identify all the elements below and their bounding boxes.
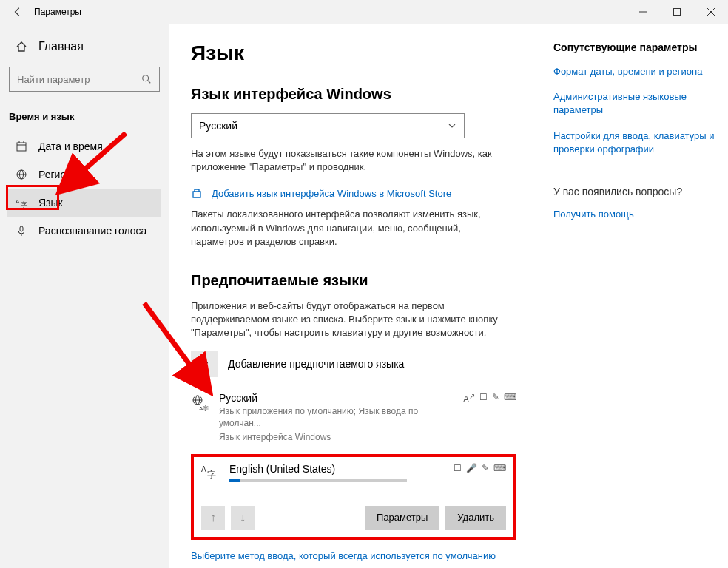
related-link-date-format[interactable]: Формат даты, времени и региона [553, 65, 716, 78]
language-icon: A字 [15, 196, 28, 209]
questions-heading: У вас появились вопросы? [553, 186, 716, 197]
svg-text:字: 字 [21, 201, 27, 209]
delete-button[interactable]: Удалить [445, 506, 506, 530]
maximize-button[interactable] [660, 0, 694, 24]
keyboard-icon: ⌨ [493, 463, 506, 482]
svg-text:A: A [16, 198, 20, 205]
language-feature-icons: ☐ 🎤 ✎ ⌨ [454, 463, 506, 482]
move-up-button[interactable]: ↑ [201, 506, 225, 530]
calendar-icon [15, 140, 28, 153]
globe-icon [15, 168, 28, 181]
home-nav[interactable]: Главная [7, 34, 161, 59]
svg-text:A字: A字 [199, 405, 209, 412]
display-language-value: Русский [199, 120, 237, 132]
svg-text:字: 字 [207, 470, 216, 480]
titlebar: Параметры [0, 0, 728, 24]
tts-icon: A↗ [463, 392, 475, 444]
chevron-down-icon [448, 121, 456, 130]
svg-rect-13 [20, 226, 23, 231]
related-link-admin-lang[interactable]: Административные языковые параметры [553, 90, 716, 117]
keyboard-icon: ⌨ [504, 392, 516, 444]
sidebar-item-language[interactable]: A字 Язык [7, 189, 161, 217]
close-button[interactable] [694, 0, 728, 24]
language-name: Русский [219, 392, 454, 404]
sidebar-item-label: Распознавание голоса [38, 225, 146, 237]
display-language-heading: Язык интерфейса Windows [191, 86, 516, 103]
language-name: English (United States) [229, 463, 454, 475]
sidebar: Главная Время и язык Дата и время Регио [0, 24, 169, 568]
home-icon [15, 40, 28, 53]
language-sub: Язык интерфейса Windows [219, 431, 454, 444]
display-language-desc: На этом языке будут показываться такие к… [191, 147, 516, 174]
preferred-languages-desc: Приложения и веб-сайты будут отображатьс… [191, 300, 516, 340]
voice-icon: 🎤 [466, 463, 477, 482]
language-tile-russian[interactable]: A字 Русский Язык приложения по умолчанию;… [191, 392, 516, 444]
language-globe-icon: A字 [191, 393, 210, 413]
svg-line-3 [148, 81, 151, 84]
search-icon [141, 74, 155, 84]
handwriting-icon: ✎ [482, 463, 489, 482]
svg-text:A: A [201, 465, 206, 473]
sidebar-item-label: Язык [38, 197, 63, 209]
language-tile-english-selected[interactable]: A字 English (United States) ☐ 🎤 ✎ ⌨ [191, 454, 516, 540]
add-language-row[interactable]: + Добавление предпочитаемого языка [191, 351, 516, 377]
sidebar-item-region[interactable]: Регион [7, 160, 161, 189]
minimize-button[interactable] [626, 0, 660, 24]
svg-rect-1 [674, 9, 681, 16]
store-link-row[interactable]: Добавить язык интерфейса Windows в Micro… [191, 187, 516, 199]
speech-indicator-icon: ☐ [479, 392, 488, 444]
download-progress [229, 479, 407, 482]
svg-rect-4 [17, 143, 26, 151]
store-link[interactable]: Добавить язык интерфейса Windows в Micro… [212, 188, 451, 199]
search-input[interactable] [17, 74, 141, 85]
window-title: Параметры [34, 7, 81, 17]
add-language-label: Добавление предпочитаемого языка [228, 358, 404, 370]
default-input-link[interactable]: Выберите метод ввода, который всегда исп… [191, 550, 516, 561]
sidebar-item-label: Регион [38, 169, 72, 180]
lip-desc: Пакеты локализованного интерфейса позвол… [191, 208, 516, 248]
search-box[interactable] [9, 67, 160, 92]
page-title: Язык [191, 41, 516, 65]
move-down-button[interactable]: ↓ [231, 506, 255, 530]
add-icon: + [191, 351, 218, 377]
back-button[interactable] [4, 0, 31, 24]
language-feature-icons: A↗ ☐ ✎ ⌨ [463, 392, 516, 444]
sidebar-item-date-time[interactable]: Дата и время [7, 132, 161, 160]
store-icon [191, 187, 204, 199]
related-panel: Сопутствующие параметры Формат даты, вре… [553, 41, 716, 561]
language-sub: Язык приложения по умолчанию; Язык ввода… [219, 405, 454, 430]
sidebar-item-label: Дата и время [38, 141, 103, 152]
sidebar-item-speech[interactable]: Распознавание голоса [7, 217, 161, 245]
related-link-input-settings[interactable]: Настройки для ввода, клавиатуры и провер… [553, 129, 716, 156]
speech-indicator-icon: ☐ [454, 463, 462, 482]
home-label: Главная [38, 40, 84, 53]
preferred-languages-heading: Предпочитаемые языки [191, 272, 516, 289]
related-heading: Сопутствующие параметры [553, 41, 716, 53]
get-help-link[interactable]: Получить помощь [553, 208, 716, 221]
language-char-icon: A字 [201, 463, 220, 482]
svg-point-2 [143, 75, 149, 81]
category-title: Время и язык [7, 106, 161, 132]
options-button[interactable]: Параметры [365, 506, 439, 530]
microphone-icon [15, 224, 28, 237]
display-language-dropdown[interactable]: Русский [191, 113, 465, 138]
handwriting-icon: ✎ [492, 392, 499, 444]
